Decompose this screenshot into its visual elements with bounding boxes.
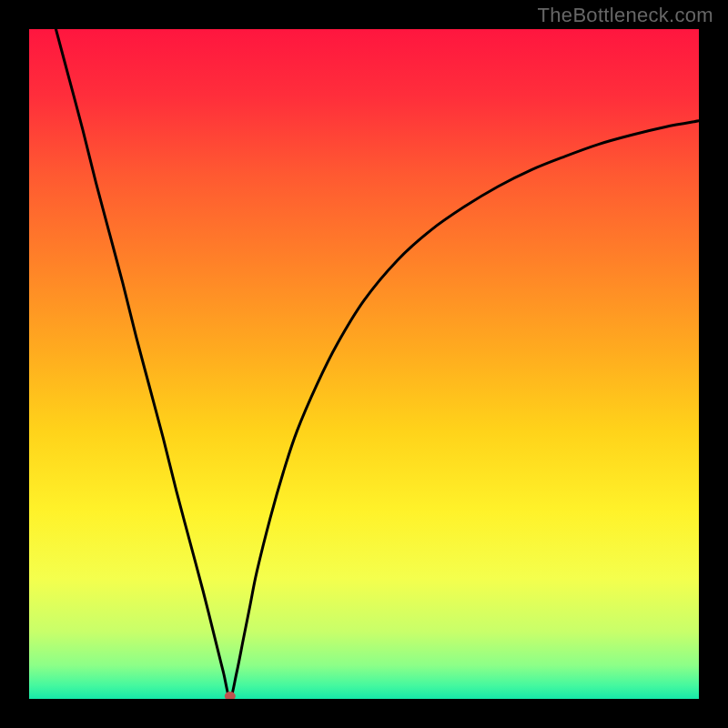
- chart-container: TheBottleneck.com: [0, 0, 728, 728]
- watermark-text: TheBottleneck.com: [538, 4, 713, 27]
- chart-svg: [29, 29, 699, 699]
- gradient-background: [29, 29, 699, 699]
- plot-area: [29, 29, 699, 699]
